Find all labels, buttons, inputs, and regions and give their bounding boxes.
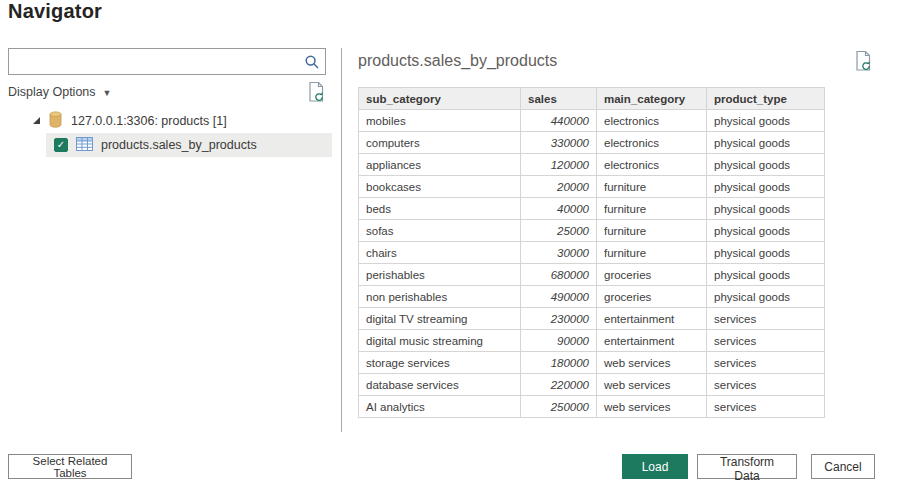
table-cell: physical goods — [707, 176, 825, 198]
table-cell: 680000 — [521, 264, 597, 286]
display-options-dropdown[interactable]: Display Options ▼ — [8, 85, 111, 99]
table-row: AI analytics250000web servicesservices — [359, 396, 825, 418]
table-row: mobiles440000electronicsphysical goods — [359, 110, 825, 132]
table-cell: 220000 — [521, 374, 597, 396]
table-cell: services — [707, 352, 825, 374]
load-button[interactable]: Load — [622, 454, 688, 479]
table-cell: physical goods — [707, 286, 825, 308]
table-cell: physical goods — [707, 220, 825, 242]
preview-title: products.sales_by_products — [358, 52, 557, 70]
column-header: sales — [521, 88, 597, 110]
table-row: beds40000furniturephysical goods — [359, 198, 825, 220]
table-cell: 20000 — [521, 176, 597, 198]
table-cell: 25000 — [521, 220, 597, 242]
table-cell: furniture — [597, 220, 707, 242]
table-cell: physical goods — [707, 154, 825, 176]
table-cell: perishables — [359, 264, 521, 286]
transform-data-button[interactable]: Transform Data — [697, 454, 797, 479]
table-cell: sofas — [359, 220, 521, 242]
table-cell: groceries — [597, 264, 707, 286]
table-cell: physical goods — [707, 242, 825, 264]
table-cell: 440000 — [521, 110, 597, 132]
table-cell: electronics — [597, 154, 707, 176]
table-cell: 230000 — [521, 308, 597, 330]
refresh-icon[interactable] — [307, 81, 326, 104]
table-cell: furniture — [597, 242, 707, 264]
table-cell: 40000 — [521, 198, 597, 220]
table-row: computers330000electronicsphysical goods — [359, 132, 825, 154]
table-cell: furniture — [597, 176, 707, 198]
display-options-label: Display Options — [8, 85, 96, 99]
preview-table: sub_categorysalesmain_categoryproduct_ty… — [358, 87, 825, 418]
column-header: sub_category — [359, 88, 521, 110]
expand-arrow-icon[interactable] — [33, 117, 40, 124]
tree-item-database[interactable]: 127.0.0.1:3306: products [1] — [33, 110, 227, 132]
table-row: non perishables490000groceriesphysical g… — [359, 286, 825, 308]
preview-table-body: mobiles440000electronicsphysical goodsco… — [359, 110, 825, 418]
table-header-row: sub_categorysalesmain_categoryproduct_ty… — [359, 88, 825, 110]
table-row: digital TV streaming230000entertainments… — [359, 308, 825, 330]
column-header: product_type — [707, 88, 825, 110]
table-cell: non perishables — [359, 286, 521, 308]
table-cell: web services — [597, 396, 707, 418]
table-label: products.sales_by_products — [101, 138, 257, 152]
table-cell: physical goods — [707, 264, 825, 286]
table-cell: digital TV streaming — [359, 308, 521, 330]
table-cell: 180000 — [521, 352, 597, 374]
table-cell: web services — [597, 352, 707, 374]
table-cell: 30000 — [521, 242, 597, 264]
table-cell: services — [707, 396, 825, 418]
table-cell: beds — [359, 198, 521, 220]
panel-divider — [341, 48, 342, 432]
table-cell: services — [707, 374, 825, 396]
column-header: main_category — [597, 88, 707, 110]
table-cell: entertainment — [597, 308, 707, 330]
table-row: storage services180000web servicesservic… — [359, 352, 825, 374]
table-row: sofas25000furniturephysical goods — [359, 220, 825, 242]
table-cell: AI analytics — [359, 396, 521, 418]
navigator-dialog: Navigator Display Options ▼ — [0, 0, 900, 486]
search-input[interactable] — [9, 49, 299, 74]
database-icon — [49, 111, 62, 131]
chevron-down-icon: ▼ — [103, 87, 112, 98]
table-cell: 490000 — [521, 286, 597, 308]
table-cell: electronics — [597, 110, 707, 132]
table-cell: chairs — [359, 242, 521, 264]
table-cell: furniture — [597, 198, 707, 220]
table-cell: 330000 — [521, 132, 597, 154]
table-cell: services — [707, 308, 825, 330]
table-cell: services — [707, 330, 825, 352]
table-cell: bookcases — [359, 176, 521, 198]
table-row: digital music streaming90000entertainmen… — [359, 330, 825, 352]
options-row: Display Options ▼ — [8, 80, 326, 104]
table-cell: computers — [359, 132, 521, 154]
table-cell: 250000 — [521, 396, 597, 418]
table-icon — [76, 137, 93, 154]
table-cell: electronics — [597, 132, 707, 154]
tree-item-table[interactable]: ✓ products.sales_by_products — [46, 133, 332, 157]
table-cell: groceries — [597, 286, 707, 308]
table-cell: appliances — [359, 154, 521, 176]
refresh-preview-icon[interactable] — [854, 50, 873, 73]
table-cell: physical goods — [707, 132, 825, 154]
table-row: perishables680000groceriesphysical goods — [359, 264, 825, 286]
table-cell: mobiles — [359, 110, 521, 132]
table-cell: digital music streaming — [359, 330, 521, 352]
search-box — [8, 48, 326, 75]
table-row: appliances120000electronicsphysical good… — [359, 154, 825, 176]
page-title: Navigator — [8, 0, 102, 23]
table-cell: physical goods — [707, 198, 825, 220]
table-cell: database services — [359, 374, 521, 396]
table-cell: web services — [597, 374, 707, 396]
table-cell: entertainment — [597, 330, 707, 352]
select-related-tables-button[interactable]: Select Related Tables — [8, 454, 132, 479]
table-row: bookcases20000furniturephysical goods — [359, 176, 825, 198]
search-icon[interactable] — [299, 49, 325, 74]
table-cell: physical goods — [707, 110, 825, 132]
table-row: database services220000web servicesservi… — [359, 374, 825, 396]
table-cell: 90000 — [521, 330, 597, 352]
table-row: chairs30000furniturephysical goods — [359, 242, 825, 264]
table-cell: storage services — [359, 352, 521, 374]
cancel-button[interactable]: Cancel — [811, 454, 875, 479]
table-checkbox[interactable]: ✓ — [54, 138, 68, 152]
